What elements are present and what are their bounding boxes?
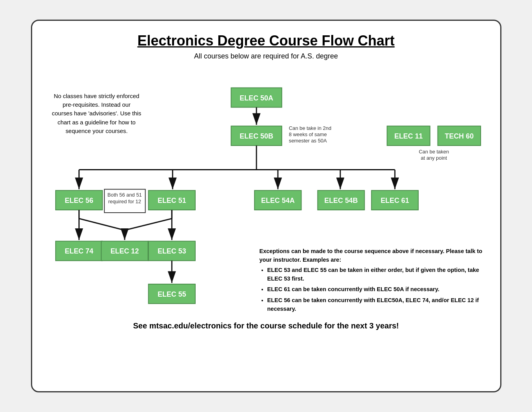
exception-item-1: ELEC 53 and ELEC 55 can be taken in eith… — [267, 266, 495, 283]
exception-item-3: ELEC 56 can be taken concurrently with E… — [267, 296, 495, 314]
note-50b: Can be take in 2nd — [289, 125, 331, 131]
note-50b-3: semester as 50A — [289, 138, 327, 144]
any-point-note2: at any point — [421, 155, 447, 161]
elec50b-label: ELEC 50B — [240, 132, 273, 140]
exception-item-2: ELEC 61 can be taken concurrently with E… — [267, 285, 495, 294]
elec55-label: ELEC 55 — [158, 290, 186, 298]
subtitle: All courses below are required for A.S. … — [48, 52, 485, 60]
note-56-51-line1: Both 56 and 51 — [107, 192, 142, 198]
note-56-51-line2: required for 12 — [108, 199, 141, 204]
chart-container: Electronics Degree Course Flow Chart All… — [31, 20, 501, 392]
exceptions-heading: Exceptions can be made to the course seq… — [260, 248, 483, 263]
elec12-label: ELEC 12 — [110, 247, 139, 255]
any-point-note: Can be taken — [419, 149, 449, 155]
tech60-label: TECH 60 — [445, 132, 474, 140]
elec11-label: ELEC 11 — [394, 132, 423, 140]
elec74-label: ELEC 74 — [65, 247, 93, 255]
exceptions-block: Exceptions can be made to the course seq… — [260, 247, 495, 313]
footer-text: See mtsac.edu/electronics for the course… — [48, 321, 485, 330]
line-56-to-12 — [79, 219, 124, 230]
line-51-to-12 — [124, 219, 171, 230]
elec51-label: ELEC 51 — [158, 197, 186, 204]
exceptions-list: ELEC 53 and ELEC 55 can be taken in eith… — [267, 266, 495, 314]
elec54a-label: ELEC 54A — [261, 197, 295, 204]
left-advisory-note: No classes have strictly enforced pre-re… — [51, 92, 141, 136]
elec54b-label: ELEC 54B — [324, 197, 358, 204]
elec50a-label: ELEC 50A — [240, 94, 273, 102]
note-50b-2: 8 weeks of same — [289, 131, 327, 137]
elec56-label: ELEC 56 — [65, 197, 93, 204]
page-title: Electronics Degree Course Flow Chart — [48, 33, 485, 49]
exceptions-text: Exceptions can be made to the course seq… — [260, 247, 495, 313]
elec53-label: ELEC 53 — [158, 247, 186, 255]
elec61-label: ELEC 61 — [380, 197, 409, 204]
